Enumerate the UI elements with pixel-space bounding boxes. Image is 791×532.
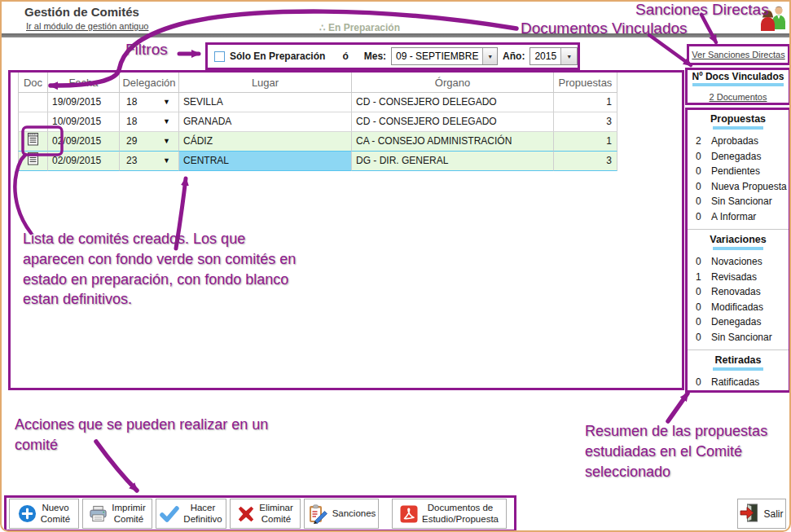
summary-item: 0Novaciones bbox=[688, 254, 789, 270]
pdf-icon bbox=[400, 505, 418, 523]
summary-item-label: Denegadas bbox=[711, 314, 761, 330]
exit-button[interactable]: Salir bbox=[737, 499, 786, 529]
summary-item-label: Aprobadas bbox=[711, 134, 758, 149]
plus-circle-button[interactable]: NuevoComité bbox=[9, 499, 79, 529]
summary-item: 0Nueva Propuesta bbox=[688, 179, 789, 195]
section-title-underline bbox=[713, 247, 763, 250]
column-header-órgano[interactable]: Órgano bbox=[352, 73, 554, 93]
chevron-down-icon[interactable]: ▼ bbox=[482, 48, 497, 64]
organo-cell[interactable]: CD - CONSEJERO DELEGADO bbox=[352, 93, 554, 112]
chevron-down-icon[interactable]: ▼ bbox=[163, 152, 170, 170]
summary-item-count: 0 bbox=[696, 314, 707, 330]
summary-item-label: Novaciones bbox=[711, 254, 762, 270]
summary-section-retiradas: Retiradas0Ratificadas bbox=[688, 350, 789, 390]
button-label: Documentos deEstudio/Propuesta bbox=[422, 503, 499, 525]
column-header-propuestas[interactable]: Propuestas bbox=[554, 73, 617, 93]
printer-button[interactable]: ImprimirComité bbox=[82, 499, 152, 529]
summary-item: 2Aprobadas bbox=[688, 134, 789, 149]
propuestas-cell[interactable]: 1 bbox=[554, 93, 617, 112]
summary-item-count: 0 bbox=[696, 330, 707, 345]
propuestas-cell[interactable]: 1 bbox=[554, 132, 617, 152]
annotation-sanciones-directas: Sanciones Directas bbox=[635, 2, 769, 19]
chevron-down-icon[interactable]: ▼ bbox=[163, 93, 170, 112]
docs-vinculados-panel: Nº Docs Vinculados 2 Documentos bbox=[685, 68, 791, 105]
summary-item-label: Revisadas bbox=[711, 270, 757, 285]
summary-item-label: Modificadas bbox=[711, 300, 763, 315]
chevron-down-icon[interactable]: ▼ bbox=[163, 132, 170, 151]
or-label: ó bbox=[342, 51, 348, 62]
delegacion-cell[interactable]: 18▼ bbox=[120, 112, 179, 132]
lugar-cell-selected[interactable]: CENTRAL bbox=[179, 152, 352, 171]
chevron-down-icon[interactable]: ▼ bbox=[560, 48, 577, 64]
summary-item: 0Sin Sancionar bbox=[688, 194, 789, 209]
fecha-cell[interactable]: 10/09/2015 bbox=[48, 112, 120, 132]
summary-item-count: 0 bbox=[696, 194, 707, 209]
arrow-resumen-to-panel bbox=[668, 394, 688, 421]
check-button[interactable]: HacerDefinitivo bbox=[156, 499, 226, 529]
section-title-underline bbox=[713, 126, 763, 130]
exit-door-icon bbox=[740, 503, 759, 525]
summary-item-count: 0 bbox=[696, 375, 707, 390]
organo-cell[interactable]: DG - DIR. GENERAL bbox=[352, 152, 554, 171]
summary-item-count: 2 bbox=[696, 134, 707, 149]
summary-item-count: 0 bbox=[696, 284, 707, 300]
summary-section-propuestas: Propuestas2Aprobadas0Denegadas0Pendiente… bbox=[688, 113, 789, 224]
annotation-resumen: Resumen de las propuestas estudiadas en … bbox=[585, 421, 790, 481]
ver-sanciones-panel: Ver Sanciones Directas bbox=[687, 44, 790, 65]
doc-cell[interactable] bbox=[18, 152, 48, 171]
month-dropdown[interactable]: 09 - SEPTIEMBRE ▼ bbox=[391, 47, 498, 65]
table-row[interactable]: 02/09/201529▼CÁDIZCA - CONSEJO ADMINISTR… bbox=[18, 132, 618, 152]
summary-item-label: Sin Sancionar bbox=[711, 330, 772, 345]
organo-cell[interactable]: CA - CONSEJO ADMINISTRACIÓN bbox=[352, 132, 554, 152]
pdf-button[interactable]: Documentos deEstudio/Propuesta bbox=[392, 499, 507, 529]
button-label: Sanciones bbox=[332, 508, 376, 520]
fecha-cell[interactable]: 02/09/2015 bbox=[48, 152, 120, 171]
propuestas-cell[interactable]: 3 bbox=[554, 112, 617, 132]
doc-cell-empty[interactable] bbox=[18, 93, 48, 112]
actions-toolbar: NuevoComitéImprimirComitéHacerDefinitivo… bbox=[4, 495, 516, 532]
ver-sanciones-directas-link[interactable]: Ver Sanciones Directas bbox=[692, 50, 784, 59]
lugar-cell[interactable]: CÁDIZ bbox=[179, 132, 352, 152]
doc-cell[interactable] bbox=[18, 132, 48, 152]
annotation-lista-comites: Lista de comités creados. Los que aparec… bbox=[23, 229, 301, 310]
delegacion-cell[interactable]: 29▼ bbox=[120, 132, 179, 152]
table-row[interactable]: 19/09/201518▼SEVILLACD - CONSEJERO DELEG… bbox=[18, 93, 618, 112]
summary-item: 0Pendientes bbox=[688, 164, 789, 179]
summary-item-label: Pendientes bbox=[711, 164, 760, 179]
column-header-lugar[interactable]: Lugar bbox=[179, 73, 352, 93]
button-label: HacerDefinitivo bbox=[183, 503, 222, 525]
doc-icon bbox=[27, 132, 39, 152]
table-row[interactable]: 02/09/201523▼CENTRALDG - DIR. GENERAL3 bbox=[18, 152, 618, 171]
delegacion-cell[interactable]: 18▼ bbox=[120, 93, 179, 112]
year-dropdown[interactable]: 2015 ▼ bbox=[530, 47, 578, 65]
proposals-summary-panel: Propuestas2Aprobadas0Denegadas0Pendiente… bbox=[685, 108, 791, 393]
doc-cell-empty[interactable] bbox=[18, 112, 48, 132]
propuestas-cell[interactable]: 3 bbox=[554, 152, 617, 171]
fecha-cell[interactable]: 19/09/2015 bbox=[48, 93, 120, 112]
summary-item-count: 0 bbox=[696, 209, 707, 225]
delete-x-button[interactable]: EliminarComité bbox=[230, 499, 301, 529]
only-in-preparation-checkbox[interactable] bbox=[214, 51, 225, 62]
status-label: ∴ En Preparación bbox=[319, 22, 400, 33]
old-module-link[interactable]: Ir al módulo de gestión antiguo bbox=[26, 21, 148, 31]
column-header-fecha[interactable]: Fecha bbox=[48, 73, 120, 93]
docs-title-underline bbox=[692, 83, 784, 86]
summary-item-label: Denegadas bbox=[711, 149, 761, 165]
lugar-cell[interactable]: SEVILLA bbox=[179, 93, 352, 112]
delegacion-cell[interactable]: 23▼ bbox=[120, 152, 179, 171]
arrow-sancdir-to-link bbox=[701, 15, 716, 42]
table-row[interactable]: 10/09/201518▼GRANADACD - CONSEJERO DELEG… bbox=[18, 112, 618, 132]
documents-count-link[interactable]: 2 Documentos bbox=[710, 92, 767, 102]
column-header-doc[interactable]: Doc bbox=[18, 73, 48, 93]
sanctions-button[interactable]: Sanciones bbox=[304, 499, 379, 529]
table-body: 19/09/201518▼SEVILLACD - CONSEJERO DELEG… bbox=[18, 93, 618, 171]
column-header-delegación[interactable]: Delegación bbox=[120, 73, 179, 93]
month-label: Mes: bbox=[364, 51, 386, 62]
chevron-down-icon[interactable]: ▼ bbox=[163, 112, 170, 131]
summary-item-count: 0 bbox=[696, 164, 707, 179]
summary-item: 1Revisadas bbox=[688, 270, 789, 285]
organo-cell[interactable]: CD - CONSEJERO DELEGADO bbox=[352, 112, 554, 132]
status-prefix-icon: ∴ bbox=[319, 22, 326, 33]
fecha-cell[interactable]: 02/09/2015 bbox=[48, 132, 120, 152]
lugar-cell[interactable]: GRANADA bbox=[179, 112, 352, 132]
